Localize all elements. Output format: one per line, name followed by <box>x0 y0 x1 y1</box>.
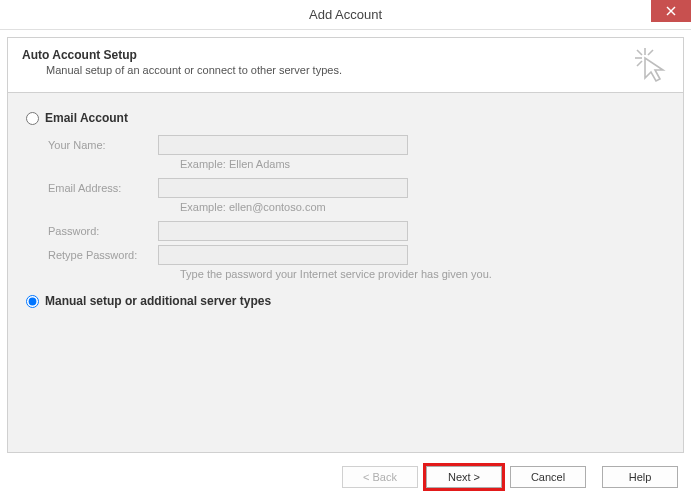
svg-line-5 <box>648 50 653 55</box>
email-account-fields: Your Name: Example: Ellen Adams Email Ad… <box>48 135 665 280</box>
close-button[interactable] <box>651 0 691 22</box>
email-hint: Example: ellen@contoso.com <box>180 201 665 213</box>
your-name-label: Your Name: <box>48 139 158 151</box>
wizard-footer: < Back Next > Cancel Help <box>7 458 684 496</box>
wizard-body: Email Account Your Name: Example: Ellen … <box>7 93 684 453</box>
svg-line-4 <box>637 50 642 55</box>
cancel-button[interactable]: Cancel <box>510 466 586 488</box>
title-bar: Add Account <box>0 0 691 30</box>
password-label: Password: <box>48 225 158 237</box>
password-input <box>158 221 408 241</box>
help-button[interactable]: Help <box>602 466 678 488</box>
option-manual-setup[interactable]: Manual setup or additional server types <box>26 294 665 308</box>
radio-email-account-label: Email Account <box>45 111 128 125</box>
header-subtitle: Manual setup of an account or connect to… <box>46 64 669 76</box>
your-name-input <box>158 135 408 155</box>
radio-manual-setup[interactable] <box>26 295 39 308</box>
radio-manual-setup-label: Manual setup or additional server types <box>45 294 271 308</box>
back-button: < Back <box>342 466 418 488</box>
email-input <box>158 178 408 198</box>
email-label: Email Address: <box>48 182 158 194</box>
header-title: Auto Account Setup <box>22 48 669 62</box>
svg-line-6 <box>637 61 642 66</box>
window-title: Add Account <box>309 7 382 22</box>
close-icon <box>666 6 676 16</box>
your-name-hint: Example: Ellen Adams <box>180 158 665 170</box>
retype-password-label: Retype Password: <box>48 249 158 261</box>
option-email-account[interactable]: Email Account <box>26 111 665 125</box>
radio-email-account[interactable] <box>26 112 39 125</box>
click-cursor-icon <box>633 46 671 84</box>
next-button[interactable]: Next > <box>426 466 502 488</box>
wizard-header: Auto Account Setup Manual setup of an ac… <box>7 37 684 93</box>
retype-password-input <box>158 245 408 265</box>
password-hint: Type the password your Internet service … <box>180 268 665 280</box>
